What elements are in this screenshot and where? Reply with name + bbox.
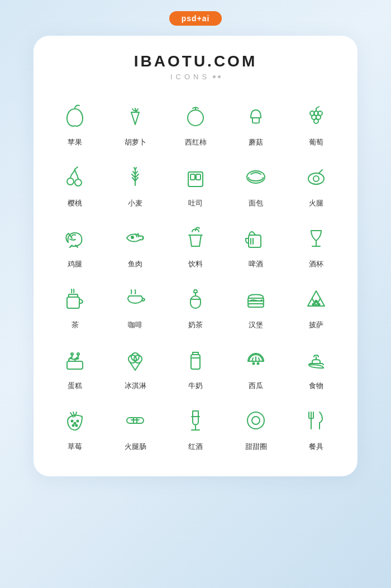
drink-label: 饮料 bbox=[188, 259, 203, 269]
redwine-label: 红酒 bbox=[188, 442, 203, 452]
food-label: 食物 bbox=[309, 381, 323, 391]
drink-icon bbox=[180, 223, 211, 255]
donut-icon bbox=[241, 405, 271, 438]
tea-label: 茶 bbox=[71, 320, 79, 330]
sausage-label: 火腿肠 bbox=[125, 442, 146, 452]
beer-icon bbox=[241, 223, 271, 255]
coffee-icon bbox=[120, 284, 150, 316]
svg-rect-22 bbox=[190, 296, 201, 308]
icon-cell-cake: 蛋糕 bbox=[45, 340, 105, 395]
icon-cell-carrot: 胡萝卜 bbox=[105, 97, 165, 152]
icon-cell-watermelon: 西瓜 bbox=[226, 340, 286, 395]
icon-cell-fish: 鱼肉 bbox=[105, 218, 165, 274]
svg-rect-36 bbox=[191, 355, 200, 369]
milktea-icon bbox=[180, 284, 211, 316]
wheat-icon bbox=[120, 162, 150, 194]
mushroom-icon bbox=[241, 101, 271, 133]
icon-cell-tomato: 西红柿 bbox=[165, 97, 226, 152]
svg-rect-11 bbox=[196, 174, 201, 180]
mushroom-label: 蘑菇 bbox=[249, 137, 263, 147]
cherry-icon bbox=[60, 162, 90, 194]
wineglass-label: 酒杯 bbox=[309, 259, 323, 269]
svg-rect-10 bbox=[190, 174, 195, 180]
strawberry-icon bbox=[60, 405, 90, 438]
icon-cell-coffee: 咖啡 bbox=[105, 279, 165, 334]
ham-label: 火腿 bbox=[309, 198, 323, 208]
svg-point-29 bbox=[318, 304, 320, 305]
beer-label: 啤酒 bbox=[249, 259, 263, 269]
coffee-label: 咖啡 bbox=[128, 320, 142, 330]
icon-cell-apple: 苹果 bbox=[45, 97, 105, 152]
apple-label: 苹果 bbox=[68, 137, 82, 147]
cutlery-icon bbox=[301, 405, 331, 438]
icon-cell-pizza: 披萨 bbox=[286, 279, 346, 334]
chicken-icon bbox=[60, 223, 90, 255]
icon-cell-ham: 火腿 bbox=[286, 157, 346, 213]
icon-cell-toast: 吐司 bbox=[165, 157, 226, 213]
svg-rect-26 bbox=[248, 304, 264, 307]
strawberry-label: 草莓 bbox=[68, 442, 82, 452]
icon-cell-mushroom: 蘑菇 bbox=[226, 97, 286, 152]
icon-cell-redwine: 红酒 bbox=[165, 401, 226, 456]
watermelon-icon bbox=[241, 345, 271, 377]
main-card: IBAOTU.COM ICONS 苹果 胡萝卜 西红柿 蘑菇 bbox=[34, 36, 357, 476]
wineglass-icon bbox=[301, 223, 331, 255]
icon-cell-beer: 啤酒 bbox=[226, 218, 286, 274]
sausage-icon bbox=[120, 405, 150, 438]
svg-point-39 bbox=[71, 420, 73, 422]
chicken-label: 鸡腿 bbox=[68, 259, 82, 269]
icon-cell-milktea: 奶茶 bbox=[165, 279, 226, 334]
svg-point-37 bbox=[253, 363, 255, 365]
icon-cell-drink: 饮料 bbox=[165, 218, 226, 274]
svg-point-7 bbox=[67, 178, 74, 185]
icon-cell-milk: 牛奶 bbox=[165, 340, 226, 395]
wheat-label: 小麦 bbox=[128, 198, 142, 208]
svg-rect-20 bbox=[67, 297, 79, 308]
bread-icon bbox=[241, 162, 271, 194]
icon-cell-cutlery: 餐具 bbox=[286, 401, 346, 456]
svg-point-28 bbox=[313, 304, 314, 305]
cake-icon bbox=[60, 345, 90, 377]
tomato-label: 西红柿 bbox=[185, 137, 207, 147]
svg-point-6 bbox=[314, 119, 318, 123]
card-title: IBAOTU.COM bbox=[134, 52, 257, 70]
tomato-icon bbox=[180, 101, 211, 133]
icon-cell-strawberry: 草莓 bbox=[45, 401, 105, 456]
svg-point-15 bbox=[131, 236, 133, 238]
svg-point-0 bbox=[188, 110, 203, 126]
icon-cell-chicken: 鸡腿 bbox=[45, 218, 105, 274]
burger-icon bbox=[241, 284, 271, 316]
svg-point-27 bbox=[315, 300, 317, 303]
card-subtitle: ICONS bbox=[170, 73, 221, 81]
milktea-label: 奶茶 bbox=[188, 320, 203, 330]
ham-icon bbox=[301, 162, 331, 194]
icon-cell-wheat: 小麦 bbox=[105, 157, 165, 213]
cutlery-label: 餐具 bbox=[309, 442, 323, 452]
milk-icon bbox=[180, 345, 211, 377]
svg-rect-30 bbox=[67, 361, 83, 369]
burger-label: 汉堡 bbox=[249, 320, 263, 330]
icecream-icon bbox=[120, 345, 150, 377]
svg-point-13 bbox=[308, 173, 324, 184]
redwine-icon bbox=[180, 405, 211, 438]
food-icon bbox=[301, 345, 331, 377]
svg-point-14 bbox=[313, 176, 319, 181]
watermelon-label: 西瓜 bbox=[249, 381, 263, 391]
donut-label: 甜甜圈 bbox=[245, 442, 267, 452]
carrot-icon bbox=[120, 101, 150, 133]
svg-point-8 bbox=[75, 179, 82, 186]
apple-icon bbox=[60, 101, 90, 133]
milk-label: 牛奶 bbox=[188, 381, 203, 391]
svg-point-49 bbox=[247, 412, 264, 429]
icon-cell-food: 食物 bbox=[286, 340, 346, 395]
icon-cell-cherry: 樱桃 bbox=[45, 157, 105, 213]
svg-point-50 bbox=[252, 417, 260, 424]
icon-cell-sausage: 火腿肠 bbox=[105, 401, 165, 456]
carrot-label: 胡萝卜 bbox=[125, 137, 146, 147]
toast-icon bbox=[180, 162, 211, 194]
svg-point-41 bbox=[77, 420, 79, 422]
grape-label: 葡萄 bbox=[309, 137, 323, 147]
fish-label: 鱼肉 bbox=[128, 259, 142, 269]
icon-cell-tea: 茶 bbox=[45, 279, 105, 334]
icon-grid: 苹果 胡萝卜 西红柿 蘑菇 葡萄 bbox=[45, 97, 346, 456]
